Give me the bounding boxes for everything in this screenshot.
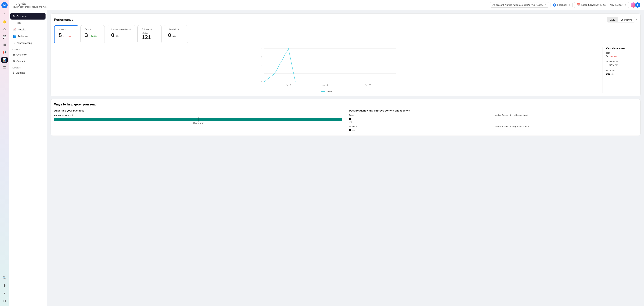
metric-link-clicks[interactable]: Link clicks ℹ 0 0% <box>164 25 188 43</box>
sidebar-item-plan[interactable]: ≡ Plan <box>9 19 47 26</box>
sidebar-item-results[interactable]: 📈 Results <box>9 26 47 33</box>
posts-info-icon[interactable]: ℹ <box>355 114 356 116</box>
median-story-value: — <box>495 128 637 132</box>
grow-reach-cols: Advertise your business Facebook reach ℹ… <box>54 109 637 132</box>
link-clicks-value: 0 <box>168 32 171 38</box>
overview-icon: ❄ <box>12 14 15 18</box>
benchmarking-icon: ⊜ <box>12 41 15 45</box>
median-story-info-icon[interactable]: ℹ <box>528 125 529 128</box>
content-interactions-info-icon[interactable]: ℹ <box>130 28 131 30</box>
gear-icon[interactable]: ⚙ <box>2 283 8 289</box>
reach-bar-label: 28 days prior <box>54 122 342 124</box>
fb-reach-info-icon[interactable]: ℹ <box>72 114 73 116</box>
header-title: Insights Review performance results and … <box>12 2 48 8</box>
facebook-icon: f <box>553 3 556 6</box>
advertise-col: Advertise your business Facebook reach ℹ… <box>54 109 342 132</box>
posts-label: Posts <box>349 114 354 116</box>
content-interactions-change: 0% <box>116 35 119 37</box>
views-change: ↓ 61.5% <box>63 35 71 38</box>
platform-selector[interactable]: f Facebook ▼ <box>550 2 572 8</box>
followers-info-icon[interactable]: ℹ <box>151 28 152 30</box>
grow-reach-card: Ways to help grow your reach Advertise y… <box>50 99 640 136</box>
info-icon[interactable]: ℹ <box>636 19 637 21</box>
comment-icon[interactable]: 💬 <box>2 34 8 40</box>
content-interactions-label: Content interactions <box>111 28 130 30</box>
advertise-title: Advertise your business <box>54 109 342 112</box>
stories-label: Stories <box>349 125 356 128</box>
sidebar-item-earnings[interactable]: $ Earnings <box>9 69 47 76</box>
post-frequently-col: Post frequently and improve content enga… <box>349 109 637 132</box>
stories-info-icon[interactable]: ℹ <box>356 125 357 128</box>
search-icon[interactable]: 🔍 <box>2 275 8 281</box>
avatar-secondary: f <box>635 2 640 8</box>
link-clicks-change: 0% <box>172 35 176 37</box>
post-frequently-title: Post frequently and improve content enga… <box>349 109 637 112</box>
sidebar-label-audience: Audience <box>18 35 28 38</box>
metric-content-interactions[interactable]: Content interactions ℹ 0 0% <box>107 25 135 43</box>
svg-text:2: 2 <box>261 64 262 66</box>
sidebar-label-content: Content <box>16 60 25 63</box>
breakdown-ads-value: 0% <box>606 72 610 76</box>
breakdown-organic-value: 100% <box>606 63 614 67</box>
avatar-stack: f <box>630 2 640 8</box>
metric-followers[interactable]: Followers ℹ Lifetime 121 <box>138 25 162 43</box>
sidebar-toggle-icon[interactable]: ⊟ <box>2 298 8 304</box>
metric-reach[interactable]: Reach ℹ 3 ↑ 200% <box>80 25 105 43</box>
followers-value: 121 <box>142 34 151 40</box>
posts-change: 0% <box>349 121 491 123</box>
sidebar-item-audience[interactable]: 👥 Audience <box>9 33 47 39</box>
chart-main: 4 3 2 1 0 Nov 6 Nov 16 Nov 26 <box>54 47 599 93</box>
svg-text:Nov 6: Nov 6 <box>286 84 291 86</box>
post-metrics-grid: Posts ℹ 0 0% Median Facebook post intera… <box>349 114 637 132</box>
main-content: Performance Daily Cumulative ℹ View <box>47 10 644 306</box>
performance-card-header: Performance Daily Cumulative ℹ <box>54 17 637 22</box>
chart-icon[interactable]: 📊 <box>2 57 8 63</box>
grid-icon[interactable]: ⊞ <box>2 41 8 48</box>
platform-label: Facebook <box>557 4 567 6</box>
views-value: 5 <box>59 32 62 38</box>
earnings-icon: $ <box>12 71 14 74</box>
reach-value: 3 <box>85 32 88 38</box>
followers-lifetime: Lifetime <box>142 32 157 34</box>
toggle-cumulative[interactable]: Cumulative <box>618 17 635 22</box>
reach-info-icon[interactable]: ℹ <box>92 28 92 30</box>
posts-value: 0 <box>349 117 491 121</box>
sidebar-label-earnings: Earnings <box>16 71 25 74</box>
top-header: Insights Review performance results and … <box>9 0 644 10</box>
home-icon[interactable]: ⌂ <box>2 11 8 17</box>
icon-rail: M ⌂ 🔔 ◎ 💬 ⊞ 📢 📊 ☰ 🔍 ⚙ ? ⊟ <box>0 0 9 306</box>
chart-container: 4 3 2 1 0 Nov 6 Nov 16 Nov 26 <box>54 47 637 93</box>
breakdown-organic-label: From organic <box>606 60 637 63</box>
median-post-info-icon[interactable]: ℹ <box>527 114 528 116</box>
link-clicks-info-icon[interactable]: ℹ <box>178 28 179 30</box>
followers-label: Followers <box>142 28 150 30</box>
ad-account-selector[interactable]: Ad account: Narelle Katsumoto 2384277557… <box>490 2 549 7</box>
breakdown-total-value: 5 <box>606 54 608 58</box>
sidebar-label-content-overview: Overview <box>16 53 26 56</box>
sidebar-item-content-overview[interactable]: ⊞ Overview <box>9 51 47 58</box>
chevron-down-icon: ▼ <box>545 4 546 6</box>
breakdown-title: Views breakdown <box>606 47 637 50</box>
toggle-daily[interactable]: Daily <box>607 17 618 22</box>
svg-text:0: 0 <box>261 81 262 83</box>
median-story-label: Median Facebook story interactions <box>495 125 527 128</box>
content-overview-icon: ⊞ <box>12 53 15 56</box>
metrics-row: Views ℹ 5 ↓ 61.5% Reach ℹ <box>54 25 637 43</box>
menu-icon[interactable]: ☰ <box>2 64 8 70</box>
sidebar-label-benchmarking: Benchmarking <box>16 42 32 44</box>
views-label: Views <box>59 28 64 31</box>
views-info-icon[interactable]: ℹ <box>65 28 66 31</box>
sidebar-item-content[interactable]: ⊟ Content <box>9 58 47 65</box>
stories-value: 0 <box>349 128 351 132</box>
sidebar-item-overview[interactable]: ❄ Overview <box>10 13 46 19</box>
metric-views[interactable]: Views ℹ 5 ↓ 61.5% <box>54 25 78 43</box>
help-icon[interactable]: ? <box>2 290 8 296</box>
activity-icon[interactable]: ◎ <box>2 26 8 32</box>
breakdown-ads-change: 0% <box>612 73 614 75</box>
sidebar-item-benchmarking[interactable]: ⊜ Benchmarking <box>9 39 47 46</box>
date-range-selector[interactable]: 📅 Last 28 days: Nov 1, 2024 – Nov 28, 20… <box>574 2 629 8</box>
bell-icon[interactable]: 🔔 <box>2 19 8 25</box>
breakdown-ads-label: From ads <box>606 69 637 72</box>
breakdown-organic-change: 0% <box>615 64 618 66</box>
megaphone-icon[interactable]: 📢 <box>2 49 8 55</box>
